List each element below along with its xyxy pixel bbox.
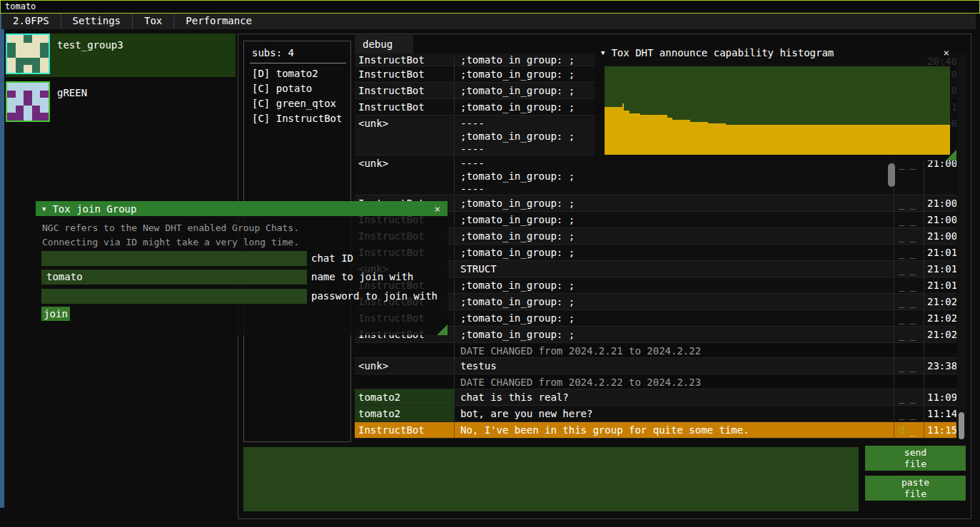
message-timestamp: 11:15 [924,422,956,438]
sidebar-group-test_group3[interactable]: test_group3 [6,34,236,77]
message-sender: InstructBot [355,422,455,438]
fps-label: 2.0FPS [1,14,61,29]
menu-item-settings[interactable]: Settings [61,14,132,29]
subs-count-label: subs: 4 [244,41,350,63]
message-flag: _ [899,359,904,374]
message-text: ;tomato_in_group: ; [455,294,894,309]
group-avatar [6,81,50,122]
message-flags: d_ [894,422,924,438]
avatar-pixel [7,50,16,58]
paste-file-button[interactable]: paste file [865,476,966,501]
avatar-pixel [40,106,49,113]
chat-scrollbar[interactable] [957,53,966,439]
message-flag: _ [899,197,904,211]
chat-id-label: chat ID [311,251,353,266]
window-titlebar[interactable]: tomato [0,0,980,14]
resize-grip[interactable] [946,150,956,160]
message-text: bot, are you new here? [455,406,894,421]
message-flag: _ [899,230,904,244]
join-dialog-description: Connecting via ID might take a very long… [42,237,299,247]
avatar-pixel [40,35,49,43]
message-flag: _ [909,246,915,260]
date-separator-row[interactable]: DATE CHANGED from 2024.2.22 to 2024.2.23 [355,374,956,389]
join-dialog-title: Tox join Group [52,203,136,215]
message-row[interactable]: InstructBotNo, I've been in this group f… [355,422,956,439]
message-inline-scrollbar-thumb[interactable] [888,163,895,187]
message-row[interactable]: <unk>---- ;tomato_in_group: ; ----__21:0… [355,155,956,195]
close-icon[interactable]: × [435,203,448,215]
avatar-pixel [7,43,16,51]
message-timestamp: 21:00 [924,155,956,195]
sidebar-group-gREEN[interactable]: gREEN [6,81,236,122]
avatar-pixel [40,83,49,91]
group-avatar [6,34,50,74]
message-sender: <unk> [355,358,455,374]
menu-bar: 2.0FPS SettingsToxPerformance [1,14,976,29]
avatar-pixel [40,65,49,73]
message-timestamp: 21:02 [924,310,956,326]
message-flags: __ [894,277,924,293]
collapse-arrow-icon[interactable]: ▼ [36,205,52,213]
subs-member: [D] tomato2 [244,66,350,81]
message-flag: _ [899,312,904,326]
dht-histogram-plot [605,66,950,155]
avatar-pixel [24,43,32,51]
join-name-field[interactable]: tomato [41,270,307,285]
message-flag: _ [909,328,915,342]
avatar-pixel [40,98,49,106]
message-text: ;tomato_in_group: ; [455,228,894,244]
window-title: tomato [5,1,36,11]
avatar-pixel [24,98,32,106]
chat-id-field[interactable] [41,251,307,266]
message-sender: <unk> [355,116,455,155]
message-timestamp: 23:38 [924,358,956,374]
avatar-pixel [40,50,49,58]
dht-histogram-title: Tox DHT announce capability histogram [611,47,834,58]
message-flag: d [899,424,904,438]
avatar-pixel [24,91,32,98]
message-flag: _ [909,295,915,309]
avatar-pixel [16,35,24,43]
join-button[interactable]: join [41,307,70,321]
message-text: No, I've been in this group for quite so… [455,422,894,438]
message-flag: _ [899,279,904,293]
avatar-pixel [24,83,32,91]
join-password-field[interactable] [41,289,307,304]
message-timestamp: 21:02 [924,327,956,342]
chat-scrollbar-thumb[interactable] [959,412,964,439]
message-input[interactable] [243,447,859,511]
avatar-pixel [24,58,32,66]
message-flags: __ [894,294,924,309]
group-name: gREEN [50,81,87,122]
date-separator-row[interactable]: DATE CHANGED from 2024.2.21 to 2024.2.22 [355,343,956,358]
menu-item-performance[interactable]: Performance [174,14,263,29]
tox-join-group-dialog[interactable]: ▼ Tox join Group × NGC refers to the New… [36,201,448,335]
message-flag: _ [899,262,904,277]
message-sender: InstructBot [355,83,455,98]
subs-member: [C] InstructBot [244,111,350,126]
send-file-button[interactable]: send file [865,446,966,471]
message-timestamp: 11:14 [924,406,956,421]
avatar-pixel [32,83,41,91]
message-row[interactable]: tomato2bot, are you new here?__11:14 [355,406,956,422]
tab-debug[interactable]: debug [355,35,413,53]
subs-separator [250,63,346,63]
avatar-pixel [32,50,41,58]
message-flags [894,374,924,389]
message-row[interactable]: tomato2chat is this real?__11:09 [355,389,956,406]
join-name-label: name to join with [311,270,413,285]
message-flag: _ [909,407,915,421]
avatar-pixel [7,83,16,91]
resize-grip[interactable] [437,324,448,335]
dht-histogram-window[interactable]: ▼ Tox DHT announce capability histogram … [595,45,956,160]
message-text: ;tomato_in_group: ; [455,245,894,260]
window-frame-right [0,0,4,508]
close-icon[interactable]: × [944,47,956,58]
menu-item-tox[interactable]: Tox [133,14,173,29]
message-text: testus [455,358,894,374]
avatar-pixel [32,113,41,121]
avatar-pixel [7,113,16,121]
collapse-arrow-icon[interactable]: ▼ [595,49,611,56]
message-row[interactable]: <unk>testus__23:38 [355,358,956,374]
avatar-pixel [16,43,24,51]
